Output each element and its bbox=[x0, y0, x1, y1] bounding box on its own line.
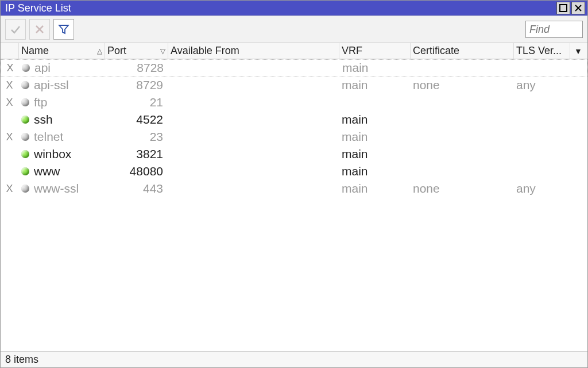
row-trailing-gap bbox=[570, 76, 586, 94]
column-certificate[interactable]: Certificate bbox=[411, 43, 514, 59]
column-available-from-label: Available From bbox=[171, 45, 239, 57]
row-port: 21 bbox=[105, 94, 168, 111]
row-disabled-marker: X bbox=[1, 94, 19, 111]
row-vrf: main bbox=[339, 111, 411, 128]
row-port: 8729 bbox=[105, 76, 168, 94]
column-port-label: Port bbox=[107, 45, 126, 57]
row-name-cell: api-ssl bbox=[19, 76, 105, 94]
status-dot-icon bbox=[21, 150, 29, 158]
table-row[interactable]: www48080main bbox=[1, 163, 587, 180]
window: IP Service List Name △ Port ▽ A bbox=[0, 0, 588, 368]
table-row[interactable]: Xapi8728main bbox=[1, 59, 587, 76]
row-name-cell: telnet bbox=[19, 128, 105, 145]
row-available-from bbox=[168, 128, 339, 145]
row-vrf: main bbox=[339, 163, 411, 180]
titlebar[interactable]: IP Service List bbox=[1, 1, 587, 16]
row-certificate bbox=[411, 60, 514, 76]
row-vrf: main bbox=[339, 76, 411, 94]
column-vrf-label: VRF bbox=[342, 45, 362, 57]
row-name-cell: ftp bbox=[19, 94, 105, 111]
row-certificate: none bbox=[411, 180, 514, 197]
status-dot-icon bbox=[21, 133, 29, 141]
svg-marker-5 bbox=[59, 25, 68, 33]
maximize-icon bbox=[559, 4, 567, 12]
table-row[interactable]: Xftp21 bbox=[1, 94, 587, 111]
row-tls-version bbox=[514, 94, 570, 111]
find-input[interactable] bbox=[525, 21, 583, 38]
row-tls-version bbox=[514, 163, 570, 180]
row-name-cell: winbox bbox=[19, 145, 105, 163]
row-certificate bbox=[411, 111, 514, 128]
column-name[interactable]: Name △ bbox=[19, 43, 105, 59]
column-certificate-label: Certificate bbox=[413, 45, 459, 57]
row-tls-version: any bbox=[514, 180, 570, 197]
table-row[interactable]: Xtelnet23main bbox=[1, 128, 587, 145]
row-name: www-ssl bbox=[34, 182, 79, 195]
row-trailing-gap bbox=[570, 163, 586, 180]
column-port[interactable]: Port ▽ bbox=[105, 43, 168, 59]
column-status[interactable] bbox=[1, 43, 19, 59]
close-icon bbox=[574, 4, 582, 12]
checkmark-icon bbox=[10, 24, 21, 35]
column-available-from[interactable]: Available From bbox=[168, 43, 339, 59]
column-vrf[interactable]: VRF bbox=[339, 43, 411, 59]
row-certificate: none bbox=[411, 76, 514, 94]
status-dot-icon bbox=[22, 64, 30, 72]
row-disabled-marker bbox=[1, 145, 19, 163]
row-disabled-marker bbox=[1, 163, 19, 180]
item-count: 8 items bbox=[5, 354, 38, 366]
row-trailing-gap bbox=[570, 145, 586, 163]
row-port: 4522 bbox=[105, 111, 168, 128]
row-trailing-gap bbox=[570, 128, 586, 145]
row-vrf bbox=[339, 94, 411, 111]
row-trailing-gap bbox=[571, 60, 587, 76]
status-dot-icon bbox=[21, 116, 29, 124]
row-tls-version: any bbox=[514, 76, 570, 94]
window-title: IP Service List bbox=[5, 2, 555, 14]
maximize-button[interactable] bbox=[556, 2, 570, 14]
toolbar bbox=[1, 16, 587, 43]
row-disabled-marker: X bbox=[1, 128, 19, 145]
row-port: 48080 bbox=[105, 163, 168, 180]
table-row[interactable]: ssh4522main bbox=[1, 111, 587, 128]
table-body[interactable]: Xapi8728mainXapi-ssl8729mainnoneanyXftp2… bbox=[1, 59, 587, 351]
row-trailing-gap bbox=[570, 94, 586, 111]
enable-button[interactable] bbox=[5, 19, 26, 40]
row-name: telnet bbox=[34, 130, 63, 144]
row-disabled-marker: X bbox=[1, 76, 19, 94]
row-vrf: main bbox=[339, 128, 411, 145]
row-tls-version bbox=[514, 111, 570, 128]
row-available-from bbox=[168, 145, 339, 163]
close-button[interactable] bbox=[571, 2, 585, 14]
row-port: 23 bbox=[105, 128, 168, 145]
status-dot-icon bbox=[21, 167, 29, 175]
disable-button[interactable] bbox=[29, 19, 50, 40]
filter-button[interactable] bbox=[53, 19, 74, 40]
x-icon bbox=[34, 24, 45, 35]
table-row[interactable]: Xapi-ssl8729mainnoneany bbox=[1, 76, 587, 94]
row-certificate bbox=[411, 94, 514, 111]
row-available-from bbox=[168, 111, 339, 128]
row-available-from bbox=[169, 60, 340, 76]
row-available-from bbox=[168, 76, 339, 94]
status-dot-icon bbox=[21, 98, 29, 106]
table-row[interactable]: winbox3821main bbox=[1, 145, 587, 163]
column-tls-version[interactable]: TLS Ver... bbox=[514, 43, 570, 59]
row-vrf: main bbox=[339, 180, 411, 197]
column-tls-version-label: TLS Ver... bbox=[516, 45, 562, 57]
row-disabled-marker: X bbox=[1, 60, 20, 76]
table-row[interactable]: Xwww-ssl443mainnoneany bbox=[1, 180, 587, 197]
row-name-cell: www-ssl bbox=[19, 180, 105, 197]
table-header: Name △ Port ▽ Available From VRF Certifi… bbox=[1, 43, 587, 59]
status-dot-icon bbox=[21, 185, 29, 193]
status-dot-icon bbox=[21, 81, 29, 89]
row-port: 443 bbox=[105, 180, 168, 197]
row-tls-version bbox=[514, 128, 570, 145]
row-name-cell: www bbox=[19, 163, 105, 180]
row-certificate bbox=[411, 163, 514, 180]
row-name: api bbox=[34, 61, 51, 75]
column-name-label: Name bbox=[21, 45, 49, 57]
row-name-cell: ssh bbox=[19, 111, 105, 128]
column-picker[interactable]: ▼ bbox=[570, 43, 586, 59]
sort-desc-icon: ▽ bbox=[160, 47, 165, 55]
